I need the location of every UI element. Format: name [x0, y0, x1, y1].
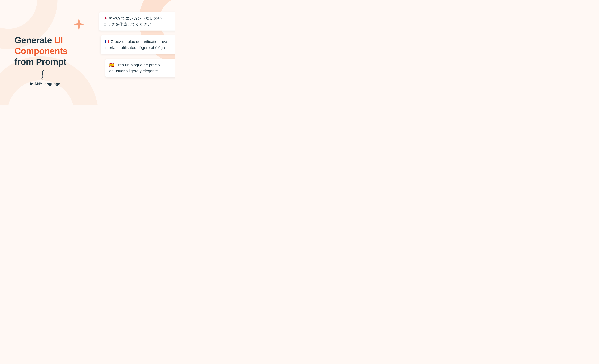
headline: Generate UI Components from Prompt	[14, 35, 67, 67]
curved-arrow-icon	[40, 69, 44, 80]
prompt-card-spanish: 🇪🇸Crea un bloque de precio de usuario li…	[106, 59, 175, 77]
prompt-card-french: 🇫🇷Créez un bloc de tarification ave inte…	[101, 35, 175, 54]
flag-spain-icon: 🇪🇸	[109, 63, 114, 67]
prompt-card-text: Crea un bloque de precio de usuario lige…	[109, 63, 160, 73]
flag-japan-icon: 🇯🇵	[103, 16, 108, 20]
sparkle-icon	[74, 17, 84, 32]
headline-line1-accent: UI	[54, 35, 63, 45]
headline-line2: Components	[14, 46, 67, 56]
flag-france-icon: 🇫🇷	[105, 39, 109, 44]
subtitle: In ANY language	[30, 82, 60, 86]
headline-line3: from Prompt	[14, 57, 66, 67]
prompt-card-text: Créez un bloc de tarification ave interf…	[105, 39, 167, 50]
prompt-card-text: 軽やかでエレガントなUIの料 ロックを作成してください。	[103, 16, 162, 26]
prompt-card-japanese: 🇯🇵軽やかでエレガントなUIの料 ロックを作成してください。	[99, 12, 175, 31]
headline-line1-prefix: Generate	[14, 35, 54, 45]
prompt-card-list: 🇯🇵軽やかでエレガントなUIの料 ロックを作成してください。 🇫🇷Créez u…	[99, 12, 175, 77]
